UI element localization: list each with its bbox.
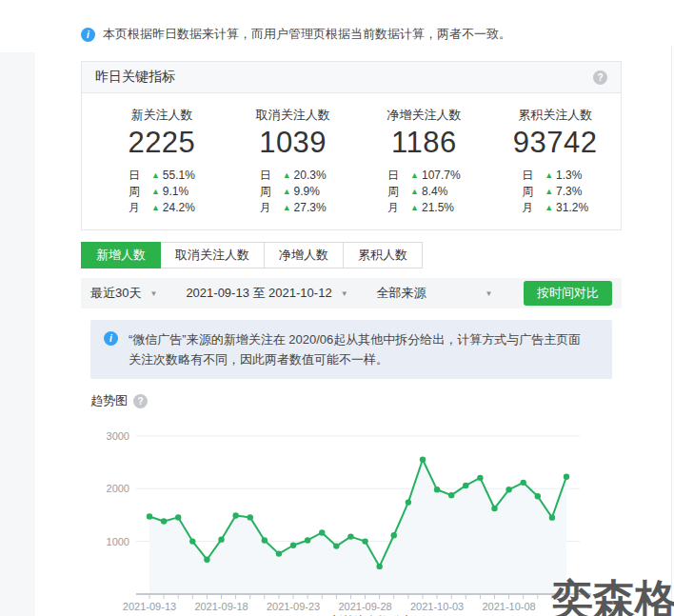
trend-chart: 1000200030002021-09-132021-09-182021-09-… — [81, 415, 622, 611]
data-point[interactable] — [276, 550, 282, 556]
data-point[interactable] — [347, 533, 353, 539]
data-point[interactable] — [448, 492, 454, 498]
source-dropdown[interactable]: 全部来源 ▼ — [377, 285, 493, 302]
area-fill — [149, 460, 566, 594]
tab-new-followers[interactable]: 新增人数 — [81, 242, 161, 268]
compare-by-time-button[interactable]: 按时间对比 — [524, 281, 612, 306]
data-point[interactable] — [434, 487, 440, 492]
metric-value: 1039 — [228, 124, 359, 162]
data-point[interactable] — [362, 538, 367, 544]
metric-net-growth: 净增关注人数 1186 日 ▲ 107.7% 周 ▲ 8.4% 月 — [359, 103, 490, 216]
data-point[interactable] — [463, 483, 468, 488]
data-point[interactable] — [290, 543, 296, 548]
trend-row-week: 周 ▲ 7.3% — [522, 184, 588, 200]
tab-unfollowers[interactable]: 取消关注人数 — [161, 242, 265, 268]
trend-percent: 27.3% — [294, 200, 327, 216]
up-arrow-icon: ▲ — [545, 204, 553, 212]
up-arrow-icon: ▲ — [283, 171, 291, 180]
up-arrow-icon: ▲ — [151, 171, 160, 180]
chevron-down-icon: ▼ — [341, 289, 348, 298]
data-point[interactable] — [218, 536, 224, 542]
trend-percent: 55.1% — [163, 168, 195, 184]
up-arrow-icon: ▲ — [410, 188, 419, 196]
chart-title-row: 趋势图 ? — [90, 392, 612, 409]
y-axis-label: 2000 — [107, 483, 129, 494]
data-point[interactable] — [406, 499, 411, 505]
x-axis-label: 2021-09-18 — [194, 601, 248, 611]
trend-period: 月 — [129, 200, 151, 216]
up-arrow-icon: ▲ — [410, 171, 419, 180]
trend-period: 日 — [129, 168, 151, 184]
trend-percent: 8.4% — [422, 184, 447, 200]
trend-percent: 1.3% — [556, 168, 582, 184]
data-point[interactable] — [175, 514, 181, 520]
data-point[interactable] — [262, 537, 268, 543]
up-arrow-icon: ▲ — [410, 204, 419, 212]
trend-period: 日 — [387, 168, 410, 184]
chevron-down-icon: ▼ — [486, 289, 493, 298]
panel-title: 昨日关键指标 — [95, 69, 175, 86]
data-point[interactable] — [564, 474, 569, 480]
trend-row-day: 日 ▲ 107.7% — [387, 168, 461, 184]
date-preset-dropdown[interactable]: 最近30天 ▼ — [90, 285, 157, 302]
x-axis-label: 2021-09-23 — [267, 601, 320, 611]
date-range-dropdown[interactable]: 2021-09-13 至 2021-10-12 ▼ — [186, 285, 347, 302]
data-point[interactable] — [491, 506, 497, 511]
x-axis-label: 2021-09-28 — [338, 601, 391, 611]
data-point[interactable] — [520, 480, 525, 486]
page-notice: i 本页根据昨日数据来计算，而用户管理页根据当前数据计算，两者不一致。 — [81, 26, 622, 43]
tab-total-followers[interactable]: 累积人数 — [344, 242, 423, 268]
metric-value: 2225 — [96, 124, 228, 162]
data-point[interactable] — [506, 487, 511, 492]
data-point[interactable] — [319, 529, 325, 535]
up-arrow-icon: ▲ — [283, 204, 291, 212]
data-point[interactable] — [477, 475, 483, 481]
trend-percent: 31.2% — [556, 200, 588, 216]
data-point[interactable] — [376, 564, 382, 569]
trend-period: 月 — [387, 200, 410, 216]
info-icon: i — [81, 28, 95, 42]
data-point[interactable] — [535, 493, 541, 499]
up-arrow-icon: ▲ — [151, 204, 160, 212]
data-point[interactable] — [204, 557, 209, 563]
data-point[interactable] — [391, 532, 397, 538]
data-point[interactable] — [189, 538, 195, 544]
data-point[interactable] — [549, 514, 555, 520]
chevron-down-icon: ▼ — [149, 289, 157, 298]
trend-period: 日 — [522, 168, 545, 184]
page-notice-text: 本页根据昨日数据来计算，而用户管理页根据当前数据计算，两者不一致。 — [103, 26, 511, 43]
chart-help-question-icon[interactable]: ? — [133, 394, 148, 408]
ad-source-notice: i “微信广告”来源的新增关注在 2020/06起从其他中拆分给出，计算方式与广… — [90, 320, 612, 379]
data-point[interactable] — [305, 537, 310, 543]
metric-trends: 日 ▲ 20.3% 周 ▲ 9.9% 月 ▲ 27.3% — [260, 168, 327, 216]
help-question-icon[interactable]: ? — [593, 70, 607, 85]
trend-period: 周 — [387, 184, 410, 200]
y-axis-label: 1000 — [107, 536, 129, 547]
data-point[interactable] — [232, 512, 238, 518]
trend-period: 月 — [260, 200, 283, 216]
x-axis-label: 2021-10-08 — [482, 601, 535, 611]
data-point[interactable] — [147, 513, 152, 519]
trend-row-week: 周 ▲ 8.4% — [387, 184, 461, 200]
metric-label: 取消关注人数 — [228, 107, 359, 124]
info-icon: i — [104, 331, 118, 346]
trend-row-week: 周 ▲ 9.9% — [260, 184, 327, 200]
date-preset-value: 最近30天 — [90, 285, 141, 302]
panel-header: 昨日关键指标 ? — [82, 62, 621, 93]
watermark: 奕森格 — [551, 579, 674, 616]
metric-trends: 日 ▲ 55.1% 周 ▲ 9.1% 月 ▲ 24.2% — [129, 168, 195, 216]
x-axis-label: 2021-09-13 — [123, 601, 176, 611]
metric-label: 累积关注人数 — [489, 107, 621, 124]
metric-label: 净增关注人数 — [359, 107, 490, 124]
tab-net-growth[interactable]: 净增人数 — [265, 242, 344, 268]
data-point[interactable] — [161, 518, 167, 524]
trend-row-month: 月 ▲ 24.2% — [129, 200, 195, 216]
trend-percent: 9.9% — [294, 184, 320, 200]
metric-new-followers: 新关注人数 2225 日 ▲ 55.1% 周 ▲ 9.1% 月 — [96, 103, 228, 216]
data-point[interactable] — [420, 457, 426, 463]
page-left-gutter — [0, 52, 35, 616]
data-point[interactable] — [248, 514, 253, 520]
metrics-row: 新关注人数 2225 日 ▲ 55.1% 周 ▲ 9.1% 月 — [82, 93, 621, 229]
data-point[interactable] — [333, 543, 339, 548]
chart-title: 趋势图 — [90, 392, 128, 409]
